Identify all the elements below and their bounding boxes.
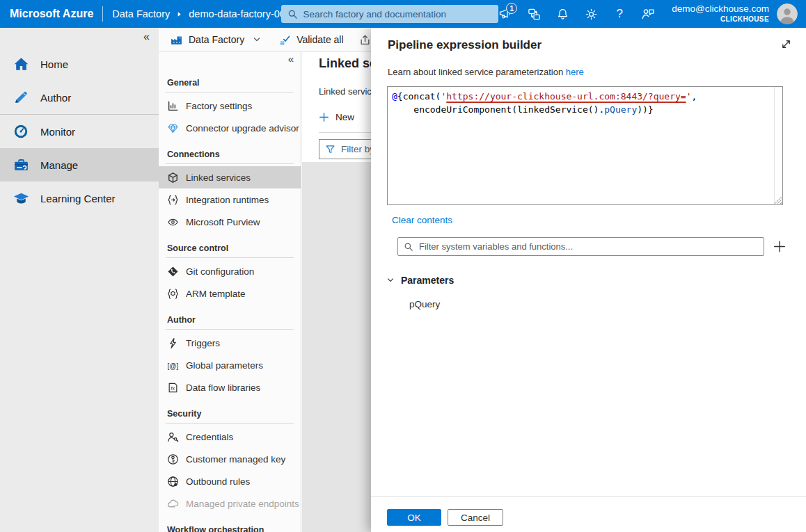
svg-text:fx: fx bbox=[171, 385, 175, 392]
page-title: Linked se bbox=[319, 56, 371, 71]
midnav-item-label: Linked services bbox=[186, 172, 251, 183]
notifications-megaphone-icon[interactable]: 1 bbox=[498, 7, 512, 21]
leftnav-list: HomeAuthorMonitorManageLearning Center bbox=[0, 47, 159, 215]
azure-brand[interactable]: Microsoft Azure bbox=[10, 8, 93, 20]
author-icon bbox=[12, 88, 30, 106]
add-expression-icon[interactable] bbox=[773, 241, 786, 253]
filter-by-input[interactable] bbox=[341, 144, 371, 154]
breadcrumb-product[interactable]: Data Factory bbox=[112, 8, 170, 19]
midnav-item-customer-managed-key[interactable]: Customer managed key bbox=[159, 448, 301, 470]
parameter-item-pquery[interactable]: pQuery bbox=[409, 299, 806, 309]
home-icon bbox=[12, 55, 30, 73]
account-info[interactable]: demo@clickhouse.com CLICKHOUSE bbox=[672, 3, 769, 24]
midnav-section-divider bbox=[166, 257, 294, 258]
feedback-icon[interactable] bbox=[641, 7, 655, 21]
leftnav-item-author[interactable]: Author bbox=[0, 81, 159, 114]
avatar[interactable] bbox=[777, 3, 798, 24]
gear-icon[interactable] bbox=[584, 7, 598, 21]
midnav-item-arm-template[interactable]: ARM template bbox=[159, 282, 301, 305]
notification-badge: 1 bbox=[506, 3, 517, 14]
dataflow-libraries-icon: fx bbox=[167, 382, 179, 394]
svg-text:[@]: [@] bbox=[168, 362, 179, 369]
leftnav-item-label: Author bbox=[40, 92, 71, 104]
leftnav-item-label: Monitor bbox=[40, 126, 75, 138]
cancel-button[interactable]: Cancel bbox=[448, 509, 503, 526]
midnav-item-label: Factory settings bbox=[186, 101, 252, 111]
learn-more-link[interactable]: here bbox=[566, 67, 584, 77]
expression-editor[interactable]: @{concat('https://your-clickhouse-url.co… bbox=[387, 86, 783, 205]
data-factory-icon bbox=[170, 33, 183, 47]
midnav-item-global-parameters[interactable]: [@]Global parameters bbox=[159, 354, 301, 376]
editor-resize-grip-icon[interactable] bbox=[774, 196, 782, 204]
midnav-item-connector-upgrade-advisor[interactable]: Connector upgrade advisor bbox=[159, 117, 301, 139]
functions-filter-box[interactable] bbox=[397, 237, 764, 256]
clear-contents-link[interactable]: Clear contents bbox=[392, 215, 452, 225]
expression-code: @{concat('https://your-clickhouse-url.co… bbox=[392, 90, 768, 116]
midnav-section-security: Security bbox=[159, 398, 301, 423]
manage-navigation: « GeneralFactory settingsConnector upgra… bbox=[159, 52, 301, 532]
linked-services-page: Linked se Linked servic New bbox=[302, 52, 371, 162]
help-icon[interactable]: ? bbox=[613, 7, 626, 21]
midnav-item-linked-services[interactable]: Linked services bbox=[159, 166, 301, 188]
midnav-item-factory-settings[interactable]: Factory settings bbox=[159, 95, 301, 117]
panel-title: Pipeline expression builder bbox=[388, 38, 771, 52]
user-email: demo@clickhouse.com bbox=[672, 3, 769, 14]
footer-divider bbox=[371, 496, 806, 497]
breadcrumb-factory-name[interactable]: demo-data-factory-00 bbox=[189, 8, 280, 19]
resource-switch-icon[interactable] bbox=[527, 7, 541, 21]
chevron-down-icon[interactable] bbox=[253, 35, 261, 44]
functions-filter-input[interactable] bbox=[419, 241, 758, 252]
search-icon bbox=[287, 9, 298, 19]
expand-panel-icon[interactable] bbox=[780, 38, 792, 50]
midnav-item-git-configuration[interactable]: Git configuration bbox=[159, 260, 301, 282]
leftnav-item-label: Home bbox=[40, 58, 68, 70]
midnav-section-divider bbox=[166, 423, 294, 424]
midnav-section-general: General bbox=[159, 67, 301, 92]
midnav-item-label: Triggers bbox=[186, 338, 220, 348]
factory-settings-icon bbox=[167, 100, 179, 112]
midnav-section-author: Author bbox=[159, 305, 301, 329]
user-org: CLICKHOUSE bbox=[672, 14, 769, 24]
bell-icon[interactable] bbox=[555, 7, 569, 21]
collapse-leftnav-icon[interactable]: « bbox=[143, 31, 150, 43]
code-line: encodeUriComponent(linkedService().pQuer… bbox=[392, 103, 768, 116]
connector-upgrade-icon bbox=[167, 122, 179, 134]
validate-all-button[interactable]: Validate all bbox=[279, 34, 343, 46]
leftnav-item-label: Manage bbox=[40, 159, 78, 171]
midnav-item-data-flow-libraries[interactable]: fxData flow libraries bbox=[159, 376, 301, 398]
command-bar: Data Factory Validate all bbox=[159, 28, 371, 52]
publish-icon[interactable] bbox=[359, 34, 371, 46]
learning-center-icon bbox=[12, 189, 30, 207]
validate-icon bbox=[279, 34, 291, 46]
plus-icon bbox=[319, 112, 329, 122]
parameters-label: Parameters bbox=[401, 275, 454, 286]
managed-private-endpoints-icon bbox=[167, 498, 179, 510]
collapse-midnav-icon[interactable]: « bbox=[288, 53, 294, 65]
midnav-item-microsoft-purview[interactable]: Microsoft Purview bbox=[159, 211, 301, 233]
ok-button[interactable]: OK bbox=[387, 509, 441, 526]
midnav-item-label: Outbound rules bbox=[186, 476, 250, 487]
leftnav-item-monitor[interactable]: Monitor bbox=[0, 115, 159, 148]
midnav-item-label: Customer managed key bbox=[186, 454, 285, 465]
factory-switcher-label[interactable]: Data Factory bbox=[189, 34, 244, 45]
content-divider bbox=[319, 132, 371, 133]
new-button[interactable]: New bbox=[319, 112, 371, 122]
chevron-down-icon bbox=[386, 276, 395, 284]
midnav-item-managed-private-endpoints: Managed private endpoints bbox=[159, 492, 301, 515]
midnav-item-credentials[interactable]: Credentials bbox=[159, 426, 301, 448]
global-search-box[interactable] bbox=[281, 5, 499, 23]
parameters-toggle[interactable]: Parameters bbox=[386, 275, 806, 286]
leftnav-item-home[interactable]: Home bbox=[0, 47, 159, 81]
midnav-item-integration-runtimes[interactable]: Integration runtimes bbox=[159, 188, 301, 211]
midnav-item-outbound-rules[interactable]: Outbound rules bbox=[159, 470, 301, 492]
midnav-section-workflow-orchestration-manager: Workflow orchestration manager bbox=[159, 515, 301, 532]
global-search-input[interactable] bbox=[303, 9, 493, 19]
manage-icon bbox=[12, 156, 30, 174]
midnav-item-triggers[interactable]: Triggers bbox=[159, 332, 301, 354]
parameters-list: pQuery bbox=[371, 299, 806, 309]
filter-by-box[interactable] bbox=[319, 139, 371, 159]
leftnav-item-manage[interactable]: Manage bbox=[0, 148, 159, 182]
midnav-item-label: Integration runtimes bbox=[186, 195, 269, 205]
editor-scrollbar[interactable] bbox=[774, 87, 775, 204]
leftnav-item-learning-center[interactable]: Learning Center bbox=[0, 182, 159, 215]
